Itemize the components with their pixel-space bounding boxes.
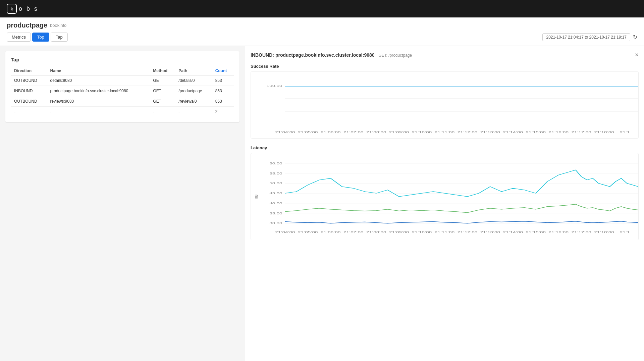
svg-text:21:1...: 21:1... (620, 131, 634, 134)
cell-count: 853 (212, 96, 234, 107)
main-content: Tap Direction Name Method Path Count OUT… (0, 46, 644, 361)
tab-top[interactable]: Top (32, 33, 49, 42)
latency-section: Latency 60.00 55.00 50.00 45.00 40 (251, 145, 639, 240)
cell-path: /reviews/0 (175, 96, 212, 107)
datetime-text: 2021-10-17 21:04:17 to 2021-10-17 21:19:… (542, 33, 630, 41)
datetime-range: 2021-10-17 21:04:17 to 2021-10-17 21:19:… (542, 33, 637, 41)
svg-text:21:17:00: 21:17:00 (571, 131, 591, 134)
cell-count: 853 (212, 86, 234, 96)
cell-name: details:9080 (47, 75, 150, 86)
svg-text:21:06:00: 21:06:00 (321, 230, 340, 234)
svg-text:100.00: 100.00 (267, 84, 282, 88)
svg-text:21:05:00: 21:05:00 (298, 230, 318, 234)
svg-text:21:13:00: 21:13:00 (480, 131, 500, 134)
svg-text:21:06:00: 21:06:00 (321, 131, 341, 134)
cell-direction: - (11, 107, 47, 117)
cell-direction: OUTBOUND (11, 75, 47, 86)
svg-text:21:17:00: 21:17:00 (571, 230, 591, 234)
cell-count: 2 (212, 107, 234, 117)
svg-text:21:1...: 21:1... (620, 230, 634, 234)
table-row[interactable]: OUTBOUND details:9080 GET /details/0 853 (11, 75, 234, 86)
cell-name: productpage.bookinfo.svc.cluster.local:9… (47, 86, 150, 96)
tap-table: Direction Name Method Path Count OUTBOUN… (11, 66, 234, 117)
close-button[interactable]: × (635, 51, 639, 58)
svg-text:21:08:00: 21:08:00 (366, 131, 386, 134)
cell-path: /details/0 (175, 75, 212, 86)
logo-icon: k (7, 4, 17, 14)
svg-text:21:07:00: 21:07:00 (343, 131, 364, 134)
col-method: Method (150, 66, 175, 75)
table-row[interactable]: OUTBOUND reviews:9080 GET /reviews/0 853 (11, 96, 234, 107)
cell-direction: OUTBOUND (11, 96, 47, 107)
svg-text:21:18:00: 21:18:00 (594, 131, 614, 134)
svg-text:21:04:00: 21:04:00 (275, 230, 295, 234)
subheader: productpage bookinfo Metrics Top Tap 202… (0, 17, 644, 46)
success-rate-section: Success Rate 100.00 21:04:00 21:05:00 21… (251, 64, 639, 139)
svg-text:45.00: 45.00 (269, 192, 282, 195)
breadcrumb: productpage bookinfo (7, 21, 637, 29)
tab-bar: Metrics Top Tap 2021-10-17 21:04:17 to 2… (7, 33, 637, 42)
table-row[interactable]: - - - - 2 (11, 107, 234, 117)
page-title: productpage (7, 21, 47, 29)
cell-path: /productpage (175, 86, 212, 96)
cell-name: - (47, 107, 150, 117)
svg-text:55.00: 55.00 (269, 172, 282, 175)
latency-title: Latency (251, 145, 639, 150)
svg-text:30.00: 30.00 (269, 222, 282, 225)
cell-direction: INBOUND (11, 86, 47, 96)
cell-method: - (150, 107, 175, 117)
cell-method: GET (150, 96, 175, 107)
cell-method: GET (150, 86, 175, 96)
svg-text:21:09:00: 21:09:00 (389, 131, 409, 134)
latency-chart: 60.00 55.00 50.00 45.00 40.00 35.00 30.0… (251, 153, 639, 240)
logo-text: o b s (19, 5, 39, 12)
cell-path: - (175, 107, 212, 117)
svg-text:21:14:00: 21:14:00 (503, 131, 523, 134)
svg-text:35.00: 35.00 (269, 212, 282, 215)
detail-title: INBOUND: productpage.bookinfo.svc.cluste… (251, 52, 375, 58)
table-row[interactable]: INBOUND productpage.bookinfo.svc.cluster… (11, 86, 234, 96)
col-count: Count (212, 66, 234, 75)
detail-header: INBOUND: productpage.bookinfo.svc.cluste… (251, 51, 639, 58)
logo: k o b s (7, 4, 39, 14)
svg-text:21:05:00: 21:05:00 (298, 131, 318, 134)
svg-text:21:11:00: 21:11:00 (435, 230, 454, 234)
svg-text:21:09:00: 21:09:00 (389, 230, 409, 234)
tap-panel: Tap Direction Name Method Path Count OUT… (0, 46, 245, 361)
svg-text:21:07:00: 21:07:00 (343, 230, 363, 234)
detail-title-group: INBOUND: productpage.bookinfo.svc.cluste… (251, 52, 412, 58)
svg-text:21:04:00: 21:04:00 (275, 131, 295, 134)
cell-name: reviews:9080 (47, 96, 150, 107)
svg-text:21:10:00: 21:10:00 (412, 131, 432, 134)
success-rate-chart: 100.00 21:04:00 21:05:00 21:06:00 21:07:… (251, 71, 639, 139)
col-name: Name (47, 66, 150, 75)
svg-text:21:11:00: 21:11:00 (435, 131, 455, 134)
tab-tap[interactable]: Tap (51, 33, 68, 42)
svg-text:21:08:00: 21:08:00 (366, 230, 386, 234)
svg-text:21:15:00: 21:15:00 (526, 230, 546, 234)
cell-count: 853 (212, 75, 234, 86)
svg-text:ms: ms (253, 195, 259, 199)
refresh-button[interactable]: ↻ (633, 34, 637, 40)
page-subtitle: bookinfo (50, 23, 66, 28)
svg-text:21:12:00: 21:12:00 (458, 131, 478, 134)
tab-metrics[interactable]: Metrics (7, 33, 31, 42)
svg-text:21:18:00: 21:18:00 (594, 230, 614, 234)
svg-text:21:13:00: 21:13:00 (480, 230, 500, 234)
cell-method: GET (150, 75, 175, 86)
success-rate-title: Success Rate (251, 64, 639, 69)
tap-card-title: Tap (11, 57, 234, 62)
svg-text:21:14:00: 21:14:00 (503, 230, 523, 234)
col-path: Path (175, 66, 212, 75)
top-navigation: k o b s (0, 0, 644, 17)
svg-text:21:12:00: 21:12:00 (458, 230, 477, 234)
svg-text:21:10:00: 21:10:00 (412, 230, 432, 234)
svg-text:21:16:00: 21:16:00 (548, 230, 568, 234)
svg-text:21:15:00: 21:15:00 (526, 131, 546, 134)
svg-text:60.00: 60.00 (269, 162, 282, 165)
svg-text:21:16:00: 21:16:00 (548, 131, 569, 134)
svg-text:40.00: 40.00 (269, 202, 282, 205)
detail-panel: INBOUND: productpage.bookinfo.svc.cluste… (245, 46, 644, 361)
svg-text:50.00: 50.00 (269, 182, 282, 185)
col-direction: Direction (11, 66, 47, 75)
